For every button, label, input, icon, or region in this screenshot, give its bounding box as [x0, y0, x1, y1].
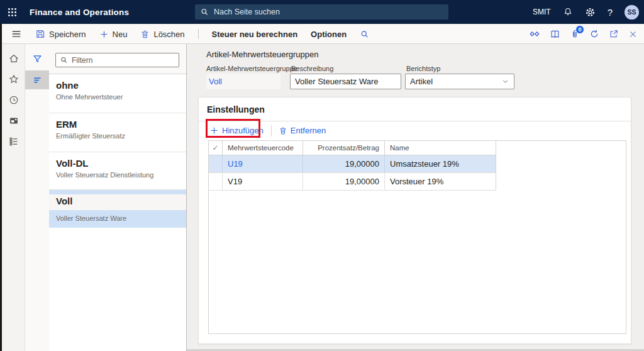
settings-section-title: Einstellungen — [199, 98, 631, 121]
hamburger-menu-icon[interactable] — [6, 24, 26, 44]
report-type-value: Artikel — [410, 77, 433, 86]
list-item-erm[interactable]: ERM Ermäßigter Steuersatz — [49, 113, 186, 152]
attachments-icon[interactable]: 0 — [570, 29, 580, 39]
cell-name: Umsatzsteuer 19% — [385, 155, 496, 172]
navigation-sidebar — [2, 44, 25, 351]
group-field-label: Artikel-Mehrwertsteuergruppe — [206, 65, 297, 72]
select-all-checkmark-icon[interactable]: ✓ — [209, 141, 223, 155]
tax-codes-grid: ✓ Mehrwertsteuercode Prozentsatz/Betrag … — [208, 140, 626, 334]
filter-search-icon — [60, 56, 68, 64]
report-type-field-label: Berichtstyp — [406, 65, 440, 72]
book-icon[interactable] — [550, 29, 560, 40]
refresh-icon[interactable] — [589, 29, 599, 39]
search-icon — [200, 8, 209, 16]
bell-icon[interactable] — [563, 7, 573, 17]
main-content: Artikel-Mehrwertsteuergruppen Artikel-Me… — [187, 44, 644, 351]
cell-rate: 19,00000 — [303, 155, 385, 172]
plus-icon — [99, 30, 109, 39]
avatar[interactable]: SS — [625, 5, 639, 20]
gear-icon[interactable] — [585, 7, 596, 18]
filter-funnel-icon[interactable] — [25, 49, 49, 68]
column-header-code[interactable]: Mehrwertsteuercode — [223, 141, 303, 155]
favorites-star-icon[interactable] — [2, 70, 25, 89]
recent-clock-icon[interactable] — [2, 91, 25, 109]
delete-button[interactable]: Löschen — [140, 30, 184, 39]
cell-code[interactable]: U19 — [223, 155, 303, 172]
delete-label: Löschen — [153, 30, 184, 39]
record-list-panel: ohne Ohne Mehrwertsteuer ERM Ermäßigter … — [49, 44, 187, 351]
modules-icon[interactable] — [2, 132, 25, 151]
waffle-menu-icon[interactable] — [0, 0, 24, 24]
grid-row-u19[interactable]: U19 19,00000 Umsatzsteuer 19% — [209, 155, 496, 173]
command-bar: Speichern Neu Löschen Steuer neu berechn… — [0, 24, 644, 44]
grid-row-v19[interactable]: V19 19,00000 Vorsteuer 19% — [209, 173, 496, 191]
new-button[interactable]: Neu — [99, 30, 128, 39]
list-item-subtitle: Ohne Mehrwertsteuer — [56, 93, 181, 101]
list-item-subtitle: Ermäßigter Steuersatz — [56, 132, 181, 140]
list-item-title: Voll-DL — [56, 158, 181, 169]
workspaces-icon[interactable] — [2, 111, 25, 130]
add-button[interactable]: Hinzufügen — [209, 126, 264, 135]
list-view-toggle[interactable] — [25, 70, 49, 89]
toolbar-separator — [271, 125, 272, 136]
list-item-voll-selected[interactable]: Voll Voller Steuersatz Ware — [49, 194, 186, 228]
settings-card: Einstellungen Hinzufügen Entf — [198, 97, 631, 344]
column-header-name[interactable]: Name — [385, 141, 496, 155]
list-item-title: Voll — [56, 196, 181, 206]
company-picker[interactable]: SMIT — [533, 8, 551, 16]
open-in-new-window-icon[interactable] — [609, 29, 619, 39]
row-select-cell[interactable] — [209, 173, 223, 190]
grid-header-row: ✓ Mehrwertsteuercode Prozentsatz/Betrag … — [209, 141, 496, 155]
command-bar-left: Speichern Neu Löschen Steuer neu berechn… — [35, 24, 369, 44]
row-select-cell[interactable] — [209, 155, 223, 172]
cell-code[interactable]: V19 — [223, 173, 303, 190]
tax-group-list: ohne Ohne Mehrwertsteuer ERM Ermäßigter … — [49, 74, 186, 351]
list-item-ohne[interactable]: ohne Ohne Mehrwertsteuer — [49, 74, 186, 113]
command-search-icon[interactable] — [360, 30, 369, 39]
new-label: Neu — [113, 30, 128, 39]
list-item-subtitle: Voller Steuersatz Dienstleistung — [56, 171, 181, 179]
close-icon[interactable] — [628, 30, 638, 39]
page-search-box[interactable] — [195, 4, 448, 20]
remove-label: Entfernen — [291, 126, 326, 135]
list-item-title: ohne — [56, 80, 181, 91]
attachments-count-badge: 0 — [575, 25, 584, 34]
cell-name: Vorsteuer 19% — [385, 173, 496, 190]
topbar-right-cluster: SMIT ? SS — [533, 0, 639, 24]
application-window: Finance and Operations SMIT — [0, 0, 644, 351]
command-bar-right: 0 — [529, 24, 638, 44]
save-button[interactable]: Speichern — [35, 29, 86, 39]
home-icon[interactable] — [2, 49, 25, 68]
report-type-dropdown[interactable]: Artikel — [405, 74, 514, 89]
app-title: Finance and Operations — [30, 8, 129, 17]
glasses-icon[interactable] — [529, 28, 540, 40]
window-left-edge — [0, 24, 2, 351]
plus-icon — [209, 126, 219, 135]
cell-rate: 19,00000 — [303, 173, 385, 190]
list-item-voll-dl[interactable]: Voll-DL Voller Steuersatz Dienstleistung — [49, 152, 186, 190]
list-item-title: ERM — [56, 119, 181, 130]
trash-icon — [279, 126, 287, 135]
description-field[interactable] — [290, 74, 401, 89]
grid-toolbar: Hinzufügen Entfernen — [199, 121, 631, 140]
top-navigation-bar: Finance and Operations SMIT — [0, 0, 644, 24]
trash-icon — [140, 30, 150, 39]
list-item-subtitle: Voller Steuersatz Ware — [56, 214, 181, 222]
column-header-rate[interactable]: Prozentsatz/Betrag — [303, 141, 385, 155]
list-filter-box[interactable] — [55, 53, 179, 67]
list-filter-input[interactable] — [72, 56, 166, 65]
description-field-label: Beschreibung — [291, 65, 333, 72]
selection-highlight-strip — [49, 190, 186, 194]
options-menu[interactable]: Optionen — [311, 30, 347, 39]
remove-button[interactable]: Entfernen — [279, 126, 326, 135]
group-field-value[interactable]: Voll — [206, 74, 280, 89]
recalculate-tax-menu[interactable]: Steuer neu berechnen — [212, 30, 298, 39]
command-separator — [198, 29, 199, 39]
help-icon[interactable]: ? — [608, 7, 613, 18]
save-icon — [35, 29, 45, 39]
save-label: Speichern — [49, 30, 86, 39]
page-title: Artikel-Mehrwertsteuergruppen — [206, 50, 318, 59]
add-label: Hinzufügen — [222, 126, 264, 135]
page-search-input[interactable] — [214, 8, 428, 16]
chevron-down-icon — [501, 77, 509, 86]
